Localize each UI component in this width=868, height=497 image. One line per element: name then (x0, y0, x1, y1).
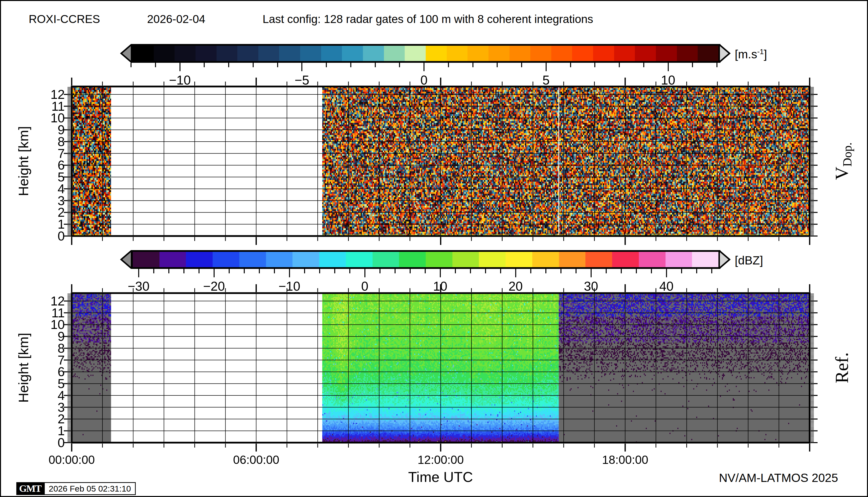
colorbar-tick (711, 269, 712, 273)
colorbar-tick (229, 269, 230, 273)
colorbar-tick (619, 63, 620, 67)
colorbar-tick (575, 269, 576, 273)
xaxis-title: Time UTC (391, 469, 490, 485)
colorbar-tick-label: 5 (519, 73, 573, 87)
colorbar-tick (350, 63, 351, 67)
colorbar-tick (289, 269, 290, 277)
colorbar-tick (651, 269, 652, 273)
colorbar-tick (643, 63, 644, 67)
colorbar-tick-label: −10 (262, 279, 317, 294)
colorbar-tick (570, 63, 571, 67)
colorbar-tick (681, 269, 682, 273)
colorbar-tick (375, 63, 376, 67)
radar-config-text: Last config: 128 radar gates of 100 m wi… (263, 12, 593, 26)
colorbar-tick (546, 63, 547, 71)
colorbar-tick (274, 269, 275, 273)
colorbar-tick (319, 269, 320, 273)
reflectivity-heatmap-canvas (60, 282, 821, 454)
velocity-colorbar-right-arrow-icon (718, 44, 730, 63)
colorbar-tick (530, 269, 531, 273)
x-tick-label: 06:00:00 (216, 453, 296, 467)
colorbar-tick (130, 63, 131, 67)
colorbar-tick (214, 269, 214, 277)
colorbar-tick (395, 269, 395, 273)
colorbar-tick (423, 63, 424, 71)
gmt-logo: GMT 2026 Feb 05 02:31:10 (16, 482, 136, 495)
colorbar-tick (204, 63, 205, 67)
colorbar-tick-label: 30 (564, 279, 618, 294)
colorbar-tick (302, 63, 302, 71)
reflectivity-colorbar (131, 250, 720, 269)
colorbar-tick (228, 63, 229, 67)
colorbar-tick-label: 0 (397, 73, 451, 87)
colorbar-tick (668, 63, 669, 71)
colorbar-tick (497, 63, 498, 67)
reflectivity-colorbar-right-arrow-icon (718, 250, 730, 269)
reflectivity-yaxis-title: Height [km] (15, 294, 32, 442)
colorbar-tick (244, 269, 245, 273)
colorbar-tick-label: 10 (641, 73, 696, 87)
colorbar-tick (277, 63, 278, 67)
y-tick-label: 12 (33, 87, 65, 102)
doppler-yaxis-title: Height [km] (15, 87, 32, 235)
colorbar-tick (410, 269, 411, 273)
colorbar-tick (168, 269, 169, 273)
colorbar-tick (364, 269, 365, 277)
colorbar-tick (696, 269, 697, 273)
y-tick-label: 12 (33, 293, 65, 309)
velocity-colorbar-left-arrow-icon (120, 44, 132, 63)
colorbar-tick (485, 269, 486, 273)
colorbar-tick-label: −10 (153, 73, 207, 87)
doppler-panel-label: VDop. (830, 87, 854, 235)
credit-text: NV/AM-LATMOS 2025 (643, 471, 838, 485)
colorbar-tick (138, 269, 139, 277)
colorbar-tick (606, 269, 607, 273)
colorbar-tick (425, 269, 426, 273)
colorbar-tick (304, 269, 305, 273)
colorbar-tick (621, 269, 622, 273)
x-tick-label: 18:00:00 (586, 453, 665, 467)
colorbar-tick (545, 269, 546, 273)
colorbar-tick (198, 269, 199, 273)
observation-date: 2026-02-04 (147, 12, 205, 26)
x-tick-label: 12:00:00 (401, 453, 480, 467)
colorbar-tick (180, 63, 181, 71)
colorbar-tick (692, 63, 693, 67)
colorbar-tick-label: −30 (112, 279, 166, 294)
colorbar-tick (515, 269, 516, 277)
colorbar-tick-label: −20 (187, 279, 241, 294)
station-name: ROXI-CCRES (29, 12, 100, 26)
colorbar-tick (334, 269, 335, 273)
colorbar-tick (473, 63, 473, 67)
colorbar-tick (448, 63, 449, 67)
colorbar-tick (155, 63, 156, 67)
colorbar-tick (455, 269, 456, 273)
colorbar-tick (716, 63, 717, 67)
colorbar-tick (521, 63, 522, 67)
colorbar-tick-label: 10 (413, 279, 467, 294)
colorbar-tick (666, 269, 667, 277)
colorbar-tick (153, 269, 154, 273)
colorbar-tick (326, 63, 327, 67)
colorbar-tick (399, 63, 400, 67)
colorbar-tick (594, 63, 595, 67)
colorbar-tick (259, 269, 260, 273)
radar-quicklook-figure: ROXI-CCRES 2026-02-04 Last config: 128 r… (0, 0, 868, 497)
colorbar-tick (500, 269, 501, 273)
velocity-unit-label: [m.s-1] (735, 47, 767, 61)
colorbar-tick (560, 269, 561, 273)
colorbar-tick-label: 20 (489, 279, 543, 294)
gmt-logo-badge: GMT (16, 482, 44, 495)
colorbar-tick-label: −5 (275, 73, 329, 87)
x-tick-label: 00:00:00 (32, 453, 111, 467)
colorbar-tick (253, 63, 254, 67)
reflectivity-panel-label: Ref. (830, 294, 854, 442)
doppler-heatmap-canvas (60, 75, 821, 247)
reflectivity-unit-label: [dBZ] (735, 254, 763, 267)
colorbar-tick-label: 40 (639, 279, 694, 294)
colorbar-tick (379, 269, 380, 273)
colorbar-tick-label: 0 (338, 279, 392, 294)
colorbar-tick (636, 269, 637, 273)
colorbar-tick (183, 269, 184, 273)
colorbar-tick (591, 269, 592, 277)
